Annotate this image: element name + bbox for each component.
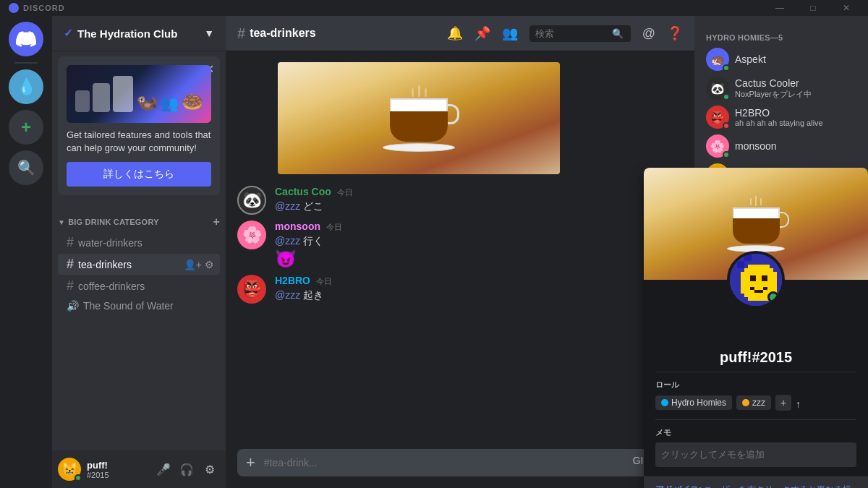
member-h2bro[interactable]: 👺 H2BRO ah ah ah ah staying alive [700,103,862,132]
online-members-category: HYDRO HOMIES—5 [700,27,862,45]
svg-rect-11 [748,294,770,301]
profile-roles-section: ロール Hydro Homies zzz + ↑ [644,372,868,419]
at-mentions-icon[interactable]: @ [642,26,655,41]
svg-rect-3 [744,254,752,261]
profile-divider [655,372,856,372]
svg-rect-8 [741,272,748,294]
member-monsoon[interactable]: 🌸 monsoon [700,132,862,160]
category-arrow: ▼ [58,218,65,226]
explore-servers-button[interactable]: 🔍 [9,150,43,185]
pin-icon[interactable]: 📌 [475,25,490,41]
author-name-1[interactable]: Cactus Coo [275,186,331,197]
role-zzz[interactable]: zzz [736,395,771,410]
maximize-button[interactable]: □ [797,0,829,16]
mute-button[interactable]: 🎤 [153,459,174,479]
promo-text: Get tailored features and tools that can… [67,129,211,155]
member-name-monsoon: monsoon [735,140,856,152]
server-icon-hydration[interactable]: 💧 [9,69,43,104]
author-name-3[interactable]: H2BRO [275,275,310,286]
svg-rect-2 [737,254,744,261]
svg-rect-9 [770,272,777,294]
deafen-button[interactable]: 🎧 [176,459,197,479]
tea-image [278,62,560,174]
avatar-cactus-cooler[interactable]: 🐼 [237,186,266,215]
category-big-drink[interactable]: ▼ BIG DRINK CATEGORY + [52,213,226,231]
author-name-2[interactable]: monsoon [275,221,320,232]
server-header[interactable]: ✓ The Hydration Club ▼ [52,16,226,51]
message-cactus-cooler: 🐼 Cactus Coo 今日 @zzz どこ [226,183,694,218]
server-sidebar: ✓ The Hydration Club ▼ ✕ 🦦 👥 🍩 Get tailo… [52,16,226,488]
channel-action-icons: 👤+ ⚙ [184,259,214,270]
search-bar[interactable]: 🔍 [529,25,631,42]
attach-file-button[interactable]: + [246,453,255,472]
channel-settings-icon[interactable]: ⚙ [205,259,214,270]
message-text-2: @zzz 行く [275,234,683,249]
svg-rect-6 [737,261,744,268]
member-cactus-cooler[interactable]: 🐼 Cactus Cooler NoxPlayerをプレイ中 [700,74,862,103]
avatar-monsoon[interactable]: 🌸 [237,221,266,249]
add-channel-button[interactable]: + [213,215,220,228]
help-icon[interactable]: ❓ [667,25,683,41]
member-activity-h2bro: ah ah ah ah staying alive [735,119,856,127]
message-input[interactable] [261,449,627,476]
mention-3[interactable]: @zzz [275,289,300,301]
message-monsoon: 🌸 monsoon 今日 @zzz 行く 😈 [226,218,694,272]
cursor-indicator: ↑ [796,398,801,410]
roles-label: ロール [655,380,856,390]
role-hydro-homies[interactable]: Hydro Homies [655,395,732,410]
svg-rect-16 [754,290,763,293]
search-input[interactable] [535,28,608,39]
member-aspekt[interactable]: 🦔 Aspekt [700,45,862,74]
memo-input[interactable]: クリックしてメモを追加 [655,442,856,467]
timestamp-2: 今日 [326,222,342,233]
channel-list: ▼ BIG DRINK CATEGORY + # water-drinkers … [52,201,226,450]
current-user-avatar: 😸 [58,458,81,481]
minimize-button[interactable]: — [764,0,796,16]
chat-container: # tea-drinkers 🔔 📌 👥 🔍 @ ❓ [226,16,694,488]
discord-mini-logo [9,3,19,13]
svg-rect-15 [763,287,767,290]
invite-member-icon[interactable]: 👤+ [184,259,202,270]
profile-tip: アドバイス: ユーザーを右クリックすると更なる操作ができます [644,476,868,488]
svg-rect-13 [762,275,767,281]
memo-divider [655,419,856,420]
current-user-name: puff! [87,460,148,471]
user-settings-button[interactable]: ⚙ [200,459,220,479]
notification-bell-icon[interactable]: 🔔 [447,25,463,41]
profile-popup: puff!#2015 ロール Hydro Homies zzz + ↑ [644,168,868,488]
profile-status-dot [767,291,779,303]
avatar-cactus-cooler-sidebar: 🐼 [706,77,729,100]
roles-list: Hydro Homies zzz + ↑ [655,395,856,411]
avatar-h2bro[interactable]: 👺 [237,275,266,304]
profile-avatar-section [644,280,868,314]
profile-avatar [727,251,785,309]
member-info-aspekt: Aspekt [735,53,856,65]
profile-memo-section: メモ クリックしてメモを追加 [644,419,868,476]
add-role-button[interactable]: + [775,395,791,411]
channel-sound-of-water[interactable]: 🔊 The Sound of Water [58,297,220,314]
close-button[interactable]: ✕ [830,0,862,16]
profile-avatar-container [727,251,785,309]
message-header-3: H2BRO 今日 [275,275,683,287]
status-h2bro [723,122,730,129]
mention-2[interactable]: @zzz [275,235,300,247]
search-icon: 🔍 [612,28,624,39]
mention-1[interactable]: @zzz [275,200,300,212]
members-icon[interactable]: 👥 [502,25,518,41]
server-dropdown-arrow: ▼ [204,27,214,39]
timestamp-1: 今日 [337,187,353,198]
svg-rect-1 [730,254,737,261]
window-controls[interactable]: — □ ✕ [764,0,862,16]
channel-tea-drinkers[interactable]: # tea-drinkers 👤+ ⚙ [58,254,220,275]
current-user-discriminator: #2015 [87,471,148,479]
promo-button[interactable]: 詳しくはこちら [67,162,211,187]
message-content-1: Cactus Coo 今日 @zzz どこ [275,186,683,215]
timestamp-3: 今日 [316,276,332,287]
message-h2bro: 👺 H2BRO 今日 @zzz 起き [226,272,694,307]
add-server-button[interactable]: + [9,110,43,145]
tip-label: アドバイス: [655,484,702,488]
channel-water-drinkers[interactable]: # water-drinkers [58,232,220,253]
status-aspekt [723,64,730,72]
discord-home-button[interactable] [9,22,43,56]
channel-coffee-drinkers[interactable]: # coffee-drinkers [58,275,220,296]
